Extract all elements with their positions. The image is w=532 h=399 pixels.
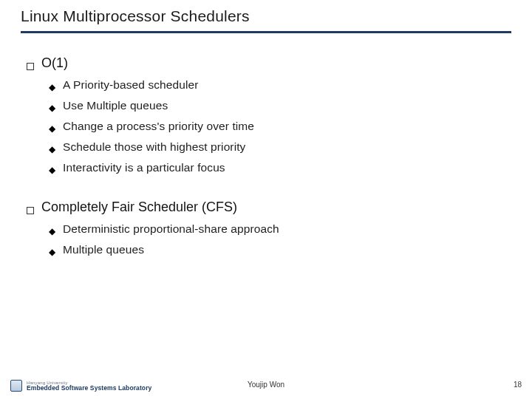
list-item-text: Multiple queues (63, 243, 144, 256)
list-item: ◆ Schedule those with highest priority (49, 140, 508, 154)
logo-badge-icon (10, 380, 22, 392)
list-item: ◆ Deterministic proportional-share appro… (49, 222, 508, 236)
page-number: 18 (514, 381, 522, 389)
footer-author: Youjip Won (248, 381, 284, 389)
list-item-text: A Priority-based scheduler (63, 78, 199, 92)
diamond-bullet-icon: ◆ (49, 83, 55, 92)
diamond-bullet-icon: ◆ (49, 124, 55, 133)
logo-text: Hanyang University Embedded Software Sys… (27, 381, 151, 392)
list-item-text: Deterministic proportional-share approac… (63, 222, 279, 236)
list-item-text: Interactivity is a particular focus (63, 161, 225, 174)
list-item-text: Use Multiple queues (63, 99, 168, 112)
list-item: ◆ A Priority-based scheduler (49, 78, 508, 92)
list-item: ◆ Interactivity is a particular focus (49, 161, 508, 174)
section-gap (27, 182, 508, 195)
diamond-bullet-icon: ◆ (49, 145, 55, 154)
slide-body: O(1) ◆ A Priority-based scheduler ◆ Use … (0, 38, 532, 256)
section-heading-text: Completely Fair Scheduler (CFS) (41, 200, 237, 215)
section-heading-text: O(1) (41, 55, 68, 71)
diamond-bullet-icon: ◆ (49, 227, 55, 236)
list-item: ◆ Use Multiple queues (49, 99, 508, 112)
section-heading: Completely Fair Scheduler (CFS) (27, 200, 508, 215)
list-item-text: Change a process's priority over time (63, 120, 254, 133)
footer: Hanyang University Embedded Software Sys… (0, 371, 532, 393)
section-heading: O(1) (27, 55, 508, 71)
diamond-bullet-icon: ◆ (49, 103, 55, 112)
list-item-text: Schedule those with highest priority (63, 140, 245, 154)
list-item: ◆ Multiple queues (49, 243, 508, 256)
title-area: Linux Multiprocessor Schedulers (0, 0, 532, 38)
diamond-bullet-icon: ◆ (49, 166, 55, 174)
page-title: Linux Multiprocessor Schedulers (21, 7, 511, 25)
title-rule (21, 31, 511, 33)
square-bullet-icon (27, 207, 34, 214)
list-item: ◆ Change a process's priority over time (49, 120, 508, 133)
square-bullet-icon (27, 63, 34, 70)
lab-logo: Hanyang University Embedded Software Sys… (10, 380, 151, 392)
diamond-bullet-icon: ◆ (49, 248, 55, 256)
logo-lab: Embedded Software Systems Laboratory (27, 385, 151, 392)
slide: Linux Multiprocessor Schedulers O(1) ◆ A… (0, 0, 532, 399)
